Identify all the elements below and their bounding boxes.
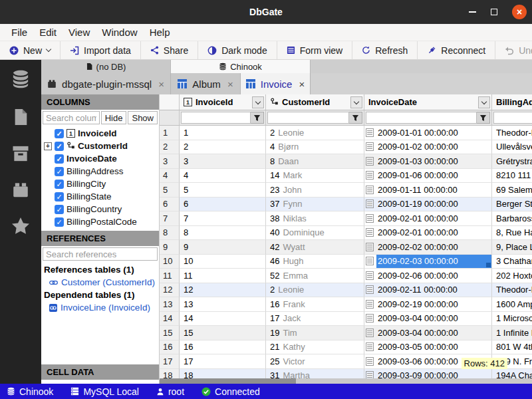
menu-edit[interactable]: Edit xyxy=(33,27,63,38)
filter-input-customerid[interactable] xyxy=(267,112,349,124)
cell-invoice-date[interactable]: 2009-01-02 00:00:00 xyxy=(364,140,492,155)
cell-invoice-id[interactable]: 3 xyxy=(180,154,266,169)
row-number[interactable]: 11 xyxy=(160,269,180,283)
database-icon[interactable] xyxy=(11,69,31,89)
column-list-item[interactable]: ✓BillingPostalCode xyxy=(41,215,159,228)
cell-billing-address[interactable]: 69 Salem Street xyxy=(492,183,532,198)
row-number[interactable]: 13 xyxy=(160,297,180,312)
status-server[interactable]: MySQL Local xyxy=(70,386,139,397)
cell-billing-address[interactable]: 202 Hoxton Street xyxy=(492,269,532,283)
cell-invoice-date[interactable]: 2009-01-06 00:00:00 xyxy=(364,169,492,184)
cell-invoice-id[interactable]: 1 xyxy=(180,126,266,140)
new-button[interactable]: New xyxy=(0,41,61,59)
column-list-item[interactable]: ✓BillingCountry xyxy=(41,203,159,215)
cell-invoice-id[interactable]: 16 xyxy=(180,340,266,355)
tab-invoice[interactable]: Invoice × xyxy=(241,73,311,94)
cell-billing-address[interactable]: Berger Straße 10 xyxy=(492,198,532,212)
archive-icon[interactable] xyxy=(11,145,30,162)
undo-button[interactable]: Undo xyxy=(495,41,532,59)
share-button[interactable]: Share xyxy=(141,41,198,59)
cell-invoice-id[interactable]: 14 xyxy=(180,312,266,327)
column-list-item[interactable]: +✓CustomerId xyxy=(41,140,159,152)
column-menu-button[interactable] xyxy=(252,96,264,108)
row-number[interactable]: 9 xyxy=(160,240,180,255)
file-icon[interactable] xyxy=(12,108,29,126)
row-number[interactable]: 5 xyxy=(160,183,180,198)
cell-invoice-id[interactable]: 5 xyxy=(180,183,266,198)
cell-customer-id[interactable]: 37Fynn xyxy=(266,198,364,212)
cell-invoice-id[interactable]: 12 xyxy=(180,283,266,298)
search-references-input[interactable] xyxy=(43,247,158,261)
form-view-button[interactable]: Form view xyxy=(277,41,353,59)
filter-funnel-button[interactable] xyxy=(477,112,490,124)
cell-billing-address[interactable]: Grétrystraat 63 xyxy=(492,154,532,169)
cell-invoice-date[interactable]: 2009-01-19 00:00:00 xyxy=(364,198,492,212)
cell-customer-id[interactable]: 2Leonie xyxy=(266,126,364,140)
cell-invoice-date[interactable]: 2009-02-01 00:00:00 xyxy=(364,211,492,226)
cell-customer-id[interactable]: 38Niklas xyxy=(266,211,364,226)
checkbox-checked[interactable]: ✓ xyxy=(55,129,64,138)
cell-invoice-id[interactable]: 11 xyxy=(180,269,266,283)
checkbox-checked[interactable]: ✓ xyxy=(55,192,64,201)
close-icon[interactable]: × xyxy=(158,78,164,90)
row-number[interactable]: 14 xyxy=(160,312,180,327)
column-list-item[interactable]: ✓BillingState xyxy=(41,190,159,203)
column-list-item[interactable]: ✓BillingCity xyxy=(41,178,159,190)
checkbox-checked[interactable]: ✓ xyxy=(55,142,64,151)
cell-invoice-date[interactable]: 2009-03-05 00:00:00 xyxy=(364,340,492,355)
cell-customer-id[interactable]: 19Tim xyxy=(266,326,364,340)
menu-file[interactable]: File xyxy=(5,27,33,38)
cell-customer-id[interactable]: 21Kathy xyxy=(266,340,364,355)
checkbox-checked[interactable]: ✓ xyxy=(55,205,64,214)
cell-invoice-date[interactable]: 2009-03-04 00:00:00 xyxy=(364,312,492,327)
cell-customer-id[interactable]: 52Emma xyxy=(266,269,364,283)
cell-invoice-date[interactable]: 2009-01-03 00:00:00 xyxy=(364,154,492,169)
checkbox-checked[interactable]: ✓ xyxy=(55,217,64,227)
filter-funnel-button[interactable] xyxy=(349,112,362,124)
cell-billing-address[interactable]: 1600 Amphitheatre Parkway xyxy=(492,297,532,312)
import-data-button[interactable]: Import data xyxy=(61,41,141,59)
cell-invoice-id[interactable]: 2 xyxy=(180,140,266,155)
column-header-customerid[interactable]: CustomerId xyxy=(266,94,364,110)
cell-invoice-date[interactable]: 2009-01-01 00:00:00 xyxy=(364,126,492,140)
cell-invoice-id[interactable]: 7 xyxy=(180,211,266,226)
row-number[interactable]: 6 xyxy=(160,198,180,212)
menu-window[interactable]: Window xyxy=(96,27,143,38)
dark-mode-button[interactable]: Dark mode xyxy=(198,41,277,59)
status-connection[interactable]: Connected xyxy=(201,386,260,397)
row-number[interactable]: 17 xyxy=(160,354,180,369)
row-number[interactable]: 1 xyxy=(160,126,180,140)
cell-customer-id[interactable]: 14Mark xyxy=(266,169,364,184)
cell-customer-id[interactable]: 40Dominique xyxy=(266,226,364,241)
cell-customer-id[interactable]: 2Leonie xyxy=(266,283,364,298)
column-menu-button[interactable] xyxy=(350,96,362,108)
cell-billing-address[interactable]: Theodor-Heuss-Straße 34 xyxy=(492,283,532,298)
status-database[interactable]: Chinook xyxy=(7,386,53,397)
cell-billing-address[interactable]: 1 Infinite Loop xyxy=(492,326,532,340)
row-number[interactable]: 7 xyxy=(160,211,180,226)
cell-customer-id[interactable]: 4Bjørn xyxy=(266,140,364,155)
horizontal-scrollbar[interactable] xyxy=(160,378,532,384)
cell-customer-id[interactable]: 16Frank xyxy=(266,297,364,312)
cell-invoice-id[interactable]: 17 xyxy=(180,354,266,369)
status-user[interactable]: root xyxy=(156,386,184,397)
checkbox-checked[interactable]: ✓ xyxy=(55,180,64,189)
show-button[interactable]: Show xyxy=(128,111,158,124)
cell-customer-id[interactable]: 17Jack xyxy=(266,312,364,327)
close-icon[interactable]: × xyxy=(227,78,233,90)
cell-invoice-date[interactable]: 2009-02-01 00:00:00 xyxy=(364,226,492,241)
hide-button[interactable]: Hide xyxy=(101,111,127,124)
cell-billing-address[interactable]: 9, Place Louis Barthou xyxy=(492,240,532,255)
cell-customer-id[interactable]: 25Victor xyxy=(266,354,364,369)
cell-invoice-date[interactable]: 2009-01-11 00:00:00 xyxy=(364,183,492,198)
cell-invoice-date[interactable]: 2009-02-03 00:00:00 xyxy=(364,255,492,269)
row-number[interactable]: 8 xyxy=(160,226,180,241)
cell-billing-address[interactable]: 3 Chatham Street xyxy=(492,255,532,269)
cell-invoice-id[interactable]: 13 xyxy=(180,297,266,312)
cell-invoice-id[interactable]: 8 xyxy=(180,226,266,241)
cell-invoice-id[interactable]: 4 xyxy=(180,169,266,184)
tab-album[interactable]: Album × xyxy=(171,73,241,94)
scrollbar-thumb[interactable] xyxy=(160,378,296,384)
cell-billing-address[interactable]: Theodor-Heuss-Straße 34 xyxy=(492,126,532,140)
cell-invoice-date[interactable]: 2009-02-11 00:00:00 xyxy=(364,283,492,298)
